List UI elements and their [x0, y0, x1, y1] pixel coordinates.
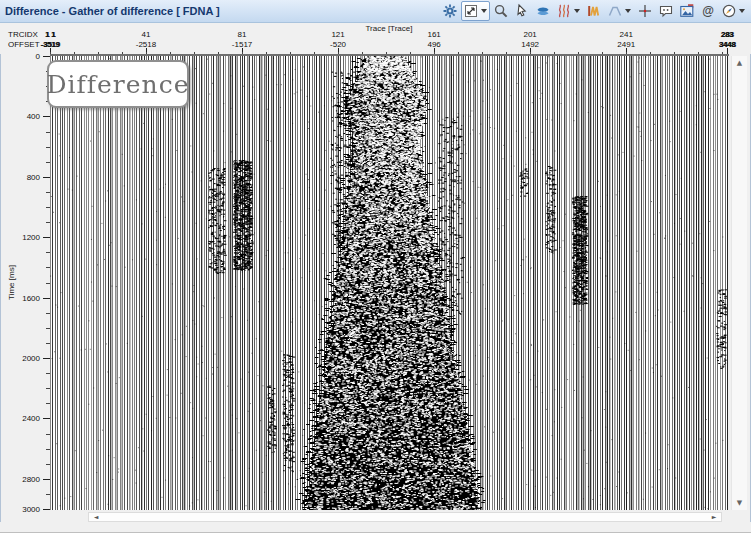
time-tick-label: 2000: [6, 354, 40, 363]
title-bar: Difference - Gather of difference [ FDNA…: [0, 0, 751, 23]
chevron-down-icon[interactable]: [739, 9, 745, 13]
shape-tool-button[interactable]: [605, 1, 634, 21]
compass-icon: [721, 3, 737, 19]
seismic-wiggle-plot[interactable]: [50, 56, 728, 510]
app-window: Difference - Gather of difference [ FDNA…: [0, 0, 751, 533]
trace-tick-label: 2833448: [719, 30, 736, 50]
time-tick-label: 1600: [6, 294, 40, 303]
scroll-down-icon[interactable]: ▼: [732, 497, 747, 509]
settings-button[interactable]: [440, 1, 460, 21]
crosshair-icon: [637, 3, 653, 19]
at-symbol-icon: @: [700, 3, 716, 19]
time-major-tick: [43, 509, 50, 510]
offset-row-label: OFFSET: [8, 40, 40, 49]
snapshot-icon: [679, 3, 695, 19]
chevron-down-icon[interactable]: [574, 9, 580, 13]
scroll-up-icon[interactable]: ▲: [732, 57, 747, 69]
pick-mode-button[interactable]: [512, 1, 532, 21]
polygon-icon: [607, 3, 623, 19]
fit-view-button[interactable]: [461, 1, 490, 21]
horizontal-scrollbar[interactable]: ◄ ►: [88, 512, 722, 522]
gain-button[interactable]: [584, 1, 604, 21]
wiggle-display-button[interactable]: [554, 1, 583, 21]
gain-coil-icon: [586, 3, 602, 19]
trace-tick-label: 1 1-3519: [41, 30, 60, 50]
time-major-tick: [43, 418, 50, 419]
compass-button[interactable]: [719, 1, 748, 21]
time-major-tick: [43, 358, 50, 359]
window-bottom-edge: [0, 522, 751, 533]
toolbar: @: [440, 1, 748, 21]
vertical-scrollbar[interactable]: ▲ ▼: [731, 56, 747, 510]
time-tick-label: 0: [6, 52, 40, 61]
crosshair-button[interactable]: [635, 1, 655, 21]
time-major-tick: [43, 298, 50, 299]
trace-tick-label: 121-520: [330, 30, 346, 50]
wiggle-traces-icon: [556, 3, 572, 19]
trace-tick-label: 41-2518: [136, 30, 156, 50]
magnifier-icon: [493, 3, 509, 19]
pick-cursor-icon: [514, 3, 530, 19]
time-major-tick: [43, 56, 50, 57]
scroll-left-icon[interactable]: ◄: [90, 513, 102, 521]
time-major-tick: [43, 116, 50, 117]
snapshot-button[interactable]: [677, 1, 697, 21]
annotation-button[interactable]: [656, 1, 676, 21]
trace-tick-label: 161496: [427, 30, 440, 50]
locate-button[interactable]: @: [698, 1, 718, 21]
fit-view-icon: [463, 3, 479, 19]
time-major-tick: [43, 479, 50, 480]
time-tick-label: 800: [6, 173, 40, 182]
speech-bubble-icon: [658, 3, 674, 19]
difference-annotation[interactable]: Difference: [47, 60, 189, 108]
time-tick-label: 400: [6, 112, 40, 121]
time-tick-label: 3000: [6, 505, 40, 514]
trcidx-row-label: TRCIDX: [8, 30, 38, 39]
zoom-button[interactable]: [491, 1, 511, 21]
window-title: Difference - Gather of difference [ FDNA…: [5, 0, 220, 22]
chevron-down-icon[interactable]: [625, 9, 631, 13]
trace-tick-label: 2412491: [617, 30, 635, 50]
lens-3d-icon: [535, 3, 551, 19]
scroll-right-icon[interactable]: ►: [708, 513, 720, 521]
chevron-down-icon[interactable]: [481, 9, 487, 13]
gear-icon: [442, 3, 458, 19]
time-major-tick: [43, 177, 50, 178]
time-tick-label: 2800: [6, 475, 40, 484]
time-tick-label: 2400: [6, 414, 40, 423]
time-tick-label: 1200: [6, 233, 40, 242]
view-3d-button[interactable]: [533, 1, 553, 21]
time-major-tick: [43, 237, 50, 238]
trace-tick-label: 2011492: [521, 30, 539, 50]
trace-tick-label: 81-1517: [232, 30, 252, 50]
trace-header: Trace [Trace] TRCIDX OFFSET 1 1-351941-2…: [0, 23, 751, 54]
